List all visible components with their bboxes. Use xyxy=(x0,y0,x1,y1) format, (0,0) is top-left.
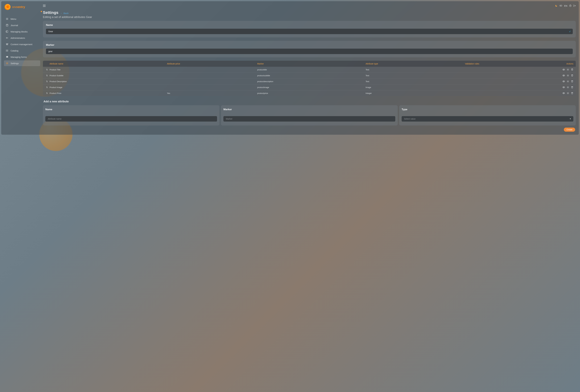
drag-handle-icon[interactable]: ⇅ xyxy=(44,80,50,83)
add-attribute-row: Name Marker Type ▼ xyxy=(43,105,576,126)
delete-icon[interactable] xyxy=(571,86,573,89)
sidebar-item-settings[interactable]: Settings xyxy=(4,60,40,66)
help-icon[interactable] xyxy=(569,4,572,7)
th-marker[interactable]: Marker xyxy=(257,63,366,65)
sidebar-item-label: Administrators xyxy=(10,37,25,39)
check-icon: ✓ xyxy=(569,30,571,33)
brand-logo[interactable]: oneentry xyxy=(4,4,40,10)
logout-icon[interactable] xyxy=(573,4,576,7)
view-icon[interactable] xyxy=(563,68,565,71)
sidebar-toggle-icon[interactable] xyxy=(43,5,46,7)
svg-point-17 xyxy=(6,50,6,51)
cell-marker: productimage xyxy=(257,86,366,89)
language-switch[interactable]: EN xyxy=(564,4,567,7)
blocks-icon xyxy=(6,30,8,33)
svg-point-30 xyxy=(568,87,568,88)
th-price[interactable]: Attribute-price xyxy=(167,63,257,65)
cell-actions xyxy=(555,74,573,77)
new-type-label: Type xyxy=(402,108,573,111)
status-dot-icon xyxy=(41,11,42,12)
view-icon[interactable] xyxy=(563,86,565,89)
th-name[interactable]: Attribute name xyxy=(50,63,167,65)
forms-icon xyxy=(6,56,8,58)
svg-point-10 xyxy=(6,44,7,44)
cell-price: Yes xyxy=(167,92,257,94)
cell-actions xyxy=(555,80,573,83)
th-rules[interactable]: Validation rules xyxy=(465,63,555,65)
svg-point-28 xyxy=(568,81,568,82)
sidebar-item-label: Menu xyxy=(10,18,16,20)
sliders-icon xyxy=(6,43,8,46)
svg-point-23 xyxy=(563,69,564,70)
svg-rect-19 xyxy=(6,56,8,58)
new-name-input[interactable] xyxy=(45,116,217,122)
svg-point-21 xyxy=(7,63,7,64)
sidebar-item-admins[interactable]: Administrators xyxy=(4,35,40,41)
menu-icon xyxy=(6,17,8,20)
svg-point-24 xyxy=(568,69,568,70)
table-row: ⇅Product TitleproducttitleText xyxy=(43,67,576,72)
settings-icon[interactable] xyxy=(567,86,569,89)
svg-point-32 xyxy=(568,93,568,94)
sidebar-item-label: Settings xyxy=(10,62,19,65)
arrow-left-icon: ← xyxy=(61,12,63,14)
table-row: ⇅Product ImageproductimageImage xyxy=(43,84,576,90)
cell-name: Product Image xyxy=(50,86,167,89)
page-title: Settings xyxy=(43,10,58,15)
logo-icon xyxy=(4,4,10,10)
attributes-table: Attribute name Attribute-price Marker At… xyxy=(43,61,576,96)
new-marker-input[interactable] xyxy=(223,116,395,122)
delete-icon[interactable] xyxy=(571,80,573,83)
sidebar-item-content[interactable]: Content management xyxy=(4,41,40,47)
cell-actions xyxy=(555,68,573,71)
view-icon[interactable] xyxy=(563,80,565,83)
drag-handle-icon[interactable]: ⇅ xyxy=(44,68,50,71)
drag-handle-icon[interactable]: ⇅ xyxy=(44,92,50,94)
delete-icon[interactable] xyxy=(571,68,573,71)
cell-type: Text xyxy=(366,74,465,77)
svg-point-26 xyxy=(568,75,568,76)
cell-type: Text xyxy=(366,80,465,83)
view-icon[interactable] xyxy=(563,92,565,94)
name-label: Name xyxy=(46,23,573,27)
add-attribute-title: Add a new attribute xyxy=(43,100,576,103)
back-link[interactable]: ← Back xyxy=(61,12,69,14)
drag-handle-icon[interactable]: ⇅ xyxy=(44,74,50,77)
settings-icon[interactable] xyxy=(567,80,569,83)
sidebar-item-label: Managing forms xyxy=(10,56,27,58)
th-type[interactable]: Attribute type xyxy=(366,63,465,65)
new-type-panel: Type ▼ xyxy=(399,105,576,126)
sidebar-item-menu[interactable]: Menu xyxy=(4,16,40,22)
svg-point-16 xyxy=(6,50,6,50)
new-type-select[interactable] xyxy=(402,116,573,122)
delete-icon[interactable] xyxy=(571,74,573,77)
table-row: ⇅Product SubtitleproductsubtitleText xyxy=(43,72,576,78)
name-input[interactable] xyxy=(46,29,573,34)
diamond-icon[interactable] xyxy=(559,4,562,7)
delete-icon[interactable] xyxy=(571,92,573,94)
svg-point-29 xyxy=(563,87,564,88)
page-subtitle: Editing a set of additional attributes G… xyxy=(43,15,576,19)
view-icon[interactable] xyxy=(563,74,565,77)
list-icon xyxy=(6,49,8,52)
marker-input[interactable] xyxy=(46,49,573,54)
name-panel: Name ✓ xyxy=(43,21,576,37)
cell-type: Integer xyxy=(366,92,465,94)
sidebar-item-catalog[interactable]: Catalog xyxy=(4,48,40,53)
settings-icon[interactable] xyxy=(567,74,569,77)
drag-handle-icon[interactable]: ⇅ xyxy=(44,86,50,89)
svg-point-18 xyxy=(6,51,6,51)
create-button[interactable]: Create xyxy=(564,128,575,132)
cell-name: Product Description xyxy=(50,80,167,83)
theme-toggle-icon[interactable] xyxy=(555,4,558,7)
settings-icon[interactable] xyxy=(567,92,569,94)
cell-type: Text xyxy=(366,69,465,71)
svg-point-11 xyxy=(7,44,7,45)
settings-icon[interactable] xyxy=(567,68,569,71)
logo-text: oneentry xyxy=(12,5,25,9)
sidebar-item-forms[interactable]: Managing forms xyxy=(4,54,40,60)
sidebar-item-journal[interactable]: Journal xyxy=(4,22,40,28)
sidebar-item-blocks[interactable]: Managing blocks xyxy=(4,29,40,34)
new-name-label: Name xyxy=(45,108,217,111)
svg-point-25 xyxy=(563,75,564,76)
